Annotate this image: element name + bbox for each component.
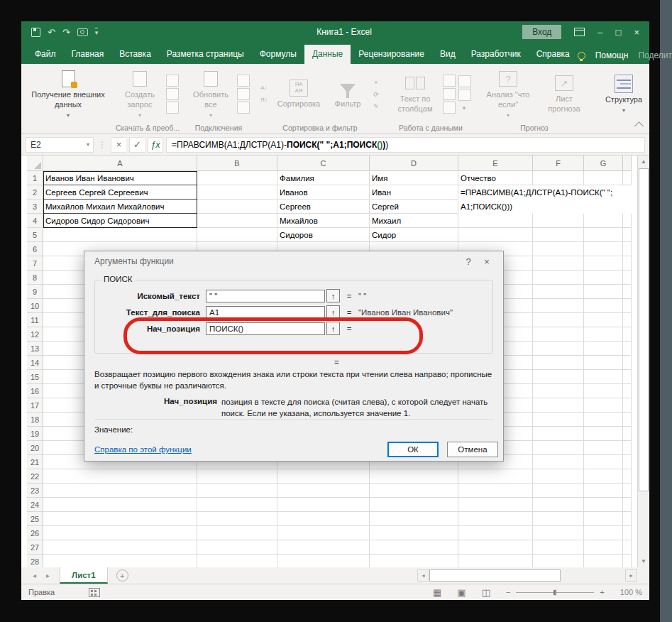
cell-A26[interactable] bbox=[43, 526, 197, 540]
cell-F28[interactable] bbox=[533, 555, 584, 567]
confirm-entry-button[interactable]: ✓ bbox=[129, 137, 145, 153]
tab-view[interactable]: Вид bbox=[432, 45, 463, 64]
cell-C2[interactable]: Иванов bbox=[277, 185, 370, 200]
cell-F19[interactable] bbox=[533, 427, 584, 441]
row-header-9[interactable]: 9 bbox=[27, 285, 43, 299]
cell-B27[interactable] bbox=[197, 540, 277, 555]
ribbon-display-options-icon[interactable] bbox=[574, 28, 585, 36]
scroll-up-icon[interactable]: ▲ bbox=[638, 156, 649, 168]
formula-input[interactable]: =ПРАВСИМВ(A1;ДЛСТР(A1)-ПОИСК(" ";A1;ПОИС… bbox=[166, 137, 645, 153]
col-header-C[interactable]: C bbox=[277, 156, 370, 171]
zoom-out-icon[interactable]: − bbox=[506, 588, 510, 596]
tab-home[interactable]: Главная bbox=[64, 45, 112, 64]
row-header-22[interactable]: 22 bbox=[27, 469, 43, 484]
macro-record-icon[interactable] bbox=[89, 588, 100, 597]
clear-filter-icon[interactable]: × bbox=[370, 77, 382, 87]
undo-icon[interactable]: ↶ bbox=[48, 28, 55, 37]
row-header-18[interactable]: 18 bbox=[27, 413, 43, 427]
row-header-15[interactable]: 15 bbox=[27, 370, 43, 384]
edit-links-icon[interactable] bbox=[237, 102, 250, 114]
cell-G18[interactable] bbox=[584, 413, 623, 427]
col-header-A[interactable]: A bbox=[43, 156, 197, 171]
cell-F6[interactable] bbox=[533, 242, 584, 256]
cell-F22[interactable] bbox=[533, 469, 584, 484]
text-to-columns-button[interactable]: Текст по столбцам bbox=[390, 72, 440, 116]
cell-F13[interactable] bbox=[533, 342, 584, 356]
redo-icon[interactable]: ↷ bbox=[62, 28, 70, 37]
previous-sheet-icon[interactable]: ◂ bbox=[33, 572, 36, 579]
row-header-1[interactable]: 1 bbox=[27, 171, 43, 185]
cell-B3[interactable] bbox=[197, 200, 277, 214]
cell-C27[interactable] bbox=[277, 540, 370, 555]
row-header-7[interactable]: 7 bbox=[27, 256, 43, 271]
cell-C5[interactable]: Сидоров bbox=[277, 228, 370, 242]
cell-A24[interactable] bbox=[43, 498, 197, 512]
cell-G26[interactable] bbox=[584, 526, 623, 540]
cell-E28[interactable] bbox=[458, 555, 533, 567]
cell-F1[interactable] bbox=[533, 171, 584, 185]
cell-F21[interactable] bbox=[533, 455, 584, 469]
row-header-12[interactable]: 12 bbox=[27, 327, 43, 342]
page-layout-view-icon[interactable]: ▣ bbox=[457, 587, 466, 598]
normal-view-icon[interactable]: ▦ bbox=[433, 587, 441, 598]
row-header-28[interactable]: 28 bbox=[27, 555, 43, 567]
cell-D3[interactable]: Сергей bbox=[370, 200, 458, 214]
cell-F14[interactable] bbox=[533, 356, 584, 370]
cell-F25[interactable] bbox=[533, 512, 584, 526]
cell-F4[interactable] bbox=[533, 214, 584, 228]
cell-G14[interactable] bbox=[584, 356, 623, 370]
camera-icon[interactable] bbox=[77, 28, 88, 36]
zoom-in-icon[interactable]: + bbox=[600, 588, 604, 596]
row-header-6[interactable]: 6 bbox=[27, 242, 43, 256]
row-header-3[interactable]: 3 bbox=[27, 200, 43, 214]
cell-D4[interactable]: Михаил bbox=[370, 214, 458, 228]
new-query-button[interactable]: Создать запрос ▾ bbox=[116, 68, 163, 120]
cell-G9[interactable] bbox=[584, 285, 623, 299]
cell-D1[interactable]: Имя bbox=[370, 171, 458, 185]
cell-E26[interactable] bbox=[458, 526, 533, 540]
row-header-13[interactable]: 13 bbox=[27, 342, 43, 356]
cell-C3[interactable]: Сергеев bbox=[277, 200, 370, 214]
cell-F5[interactable] bbox=[533, 228, 584, 242]
relationships-icon[interactable] bbox=[458, 89, 471, 101]
cell-G15[interactable] bbox=[584, 370, 623, 384]
cell-E4[interactable] bbox=[458, 214, 533, 228]
cell-G22[interactable] bbox=[584, 469, 623, 484]
recent-sources-icon[interactable] bbox=[166, 75, 179, 87]
cancel-button[interactable]: Отмена bbox=[447, 442, 498, 457]
cell-B4[interactable] bbox=[197, 214, 277, 228]
cell-G19[interactable] bbox=[584, 427, 623, 441]
cell-D27[interactable] bbox=[370, 540, 458, 555]
advanced-filter-icon[interactable]: ✎ bbox=[370, 101, 382, 111]
cell-F24[interactable] bbox=[533, 498, 584, 512]
col-header-G[interactable]: G bbox=[584, 156, 623, 171]
cell-D22[interactable] bbox=[370, 469, 458, 484]
cell-F23[interactable] bbox=[533, 484, 584, 498]
row-header-20[interactable]: 20 bbox=[27, 441, 43, 455]
cell-A3[interactable]: Михайлов Михаил Михайлович bbox=[43, 200, 197, 214]
argument-input-within-text[interactable]: A1 bbox=[206, 306, 325, 319]
tab-help[interactable]: Справка bbox=[529, 45, 578, 64]
zoom-slider-thumb[interactable] bbox=[553, 590, 556, 595]
cell-A1[interactable]: Иванов Иван Иванович bbox=[43, 171, 197, 185]
cell-F15[interactable] bbox=[533, 370, 584, 384]
col-header-F[interactable]: F bbox=[533, 156, 584, 171]
cell-D5[interactable]: Сидор bbox=[370, 228, 458, 242]
cell-G8[interactable] bbox=[584, 271, 623, 285]
cell-B1[interactable] bbox=[197, 171, 277, 185]
cell-E22[interactable] bbox=[458, 469, 533, 484]
zoom-level[interactable]: 100 % bbox=[620, 588, 642, 596]
cell-F9[interactable] bbox=[533, 285, 584, 299]
tab-formulas[interactable]: Формулы bbox=[252, 45, 304, 64]
reapply-filter-icon[interactable]: ⟳ bbox=[370, 89, 382, 99]
sort-descending-icon[interactable]: Я↓ bbox=[258, 95, 270, 106]
cell-C1[interactable]: Фамилия bbox=[277, 171, 370, 185]
cell-G21[interactable] bbox=[584, 455, 623, 469]
horizontal-scrollbar-thumb[interactable] bbox=[429, 569, 561, 582]
get-external-data-button[interactable]: Получение внешних данных ▾ bbox=[28, 68, 108, 120]
tell-me-lightbulb-icon[interactable] bbox=[578, 52, 585, 60]
cell-G23[interactable] bbox=[584, 484, 623, 498]
cell-G6[interactable] bbox=[584, 242, 623, 256]
vertical-scrollbar-thumb[interactable] bbox=[639, 168, 649, 491]
row-header-23[interactable]: 23 bbox=[27, 484, 43, 498]
